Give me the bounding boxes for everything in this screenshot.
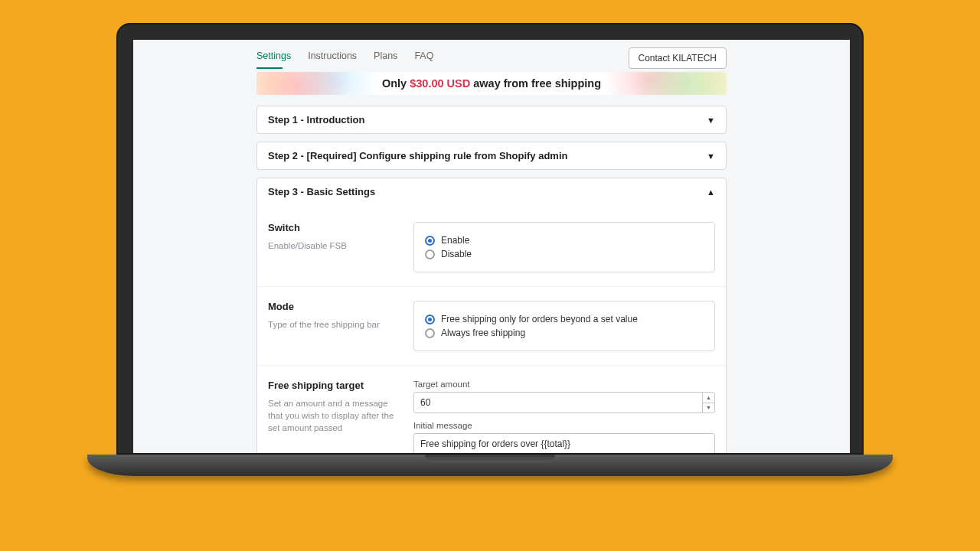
banner-decor-right (596, 72, 727, 95)
app-viewport: Settings Instructions Plans FAQ Contact … (133, 40, 850, 453)
chevron-down-icon: ▼ (707, 116, 715, 125)
number-stepper[interactable]: ▲ ▼ (702, 393, 714, 412)
free-shipping-banner: Only $30.00 USD away from free shipping (256, 72, 727, 95)
banner-suffix: away from free shipping (470, 77, 601, 90)
banner-decor-left (256, 72, 387, 95)
mode-always-label: Always free shipping (441, 328, 525, 338)
switch-enable-label: Enable (441, 235, 469, 246)
contact-button[interactable]: Contact KILATECH (629, 47, 727, 69)
radio-icon (425, 315, 435, 324)
switch-title: Switch (268, 222, 400, 233)
tab-settings[interactable]: Settings (256, 51, 291, 61)
setting-mode: Mode Type of the free shipping bar Free … (257, 286, 726, 365)
mode-always-option[interactable]: Always free shipping (425, 328, 704, 338)
step-1-title: Step 1 - Introduction (268, 114, 364, 126)
mode-title: Mode (268, 301, 400, 312)
switch-enable-option[interactable]: Enable (425, 235, 704, 246)
setting-switch: Switch Enable/Disable FSB Enable (257, 208, 726, 286)
step-3-header[interactable]: Step 3 - Basic Settings ▲ (257, 178, 726, 205)
tab-active-indicator (256, 67, 283, 69)
screen-bezel: Settings Instructions Plans FAQ Contact … (116, 23, 864, 455)
step-3-title: Step 3 - Basic Settings (268, 186, 375, 197)
step-1-header[interactable]: Step 1 - Introduction ▼ (257, 106, 726, 133)
tab-instructions[interactable]: Instructions (308, 51, 357, 61)
step-3: Step 3 - Basic Settings ▲ Switch Enable/… (256, 178, 727, 453)
target-amount-input[interactable] (413, 392, 715, 413)
initial-message-input[interactable] (413, 433, 715, 453)
banner-amount: $30.00 USD (410, 77, 470, 90)
target-desc: Set an amount and a message that you wis… (268, 397, 400, 434)
setting-target: Free shipping target Set an amount and a… (257, 365, 726, 453)
step-3-body: Switch Enable/Disable FSB Enable (257, 205, 726, 453)
mode-desc: Type of the free shipping bar (268, 318, 400, 331)
step-2-header[interactable]: Step 2 - [Required] Configure shipping r… (257, 142, 726, 169)
chevron-up-icon: ▲ (703, 393, 714, 403)
radio-icon (425, 236, 435, 246)
tab-plans[interactable]: Plans (374, 51, 397, 61)
initial-message-label: Initial message (413, 421, 715, 430)
chevron-down-icon: ▼ (707, 152, 715, 161)
mode-beyond-label: Free shipping only for orders beyond a s… (441, 314, 638, 324)
switch-disable-label: Disable (441, 249, 472, 259)
switch-desc: Enable/Disable FSB (268, 240, 400, 252)
tab-faq[interactable]: FAQ (414, 51, 433, 61)
laptop-mockup: Settings Instructions Plans FAQ Contact … (116, 23, 864, 476)
step-2: Step 2 - [Required] Configure shipping r… (256, 142, 727, 170)
radio-icon (425, 249, 435, 259)
laptop-base (87, 455, 893, 476)
step-2-title: Step 2 - [Required] Configure shipping r… (268, 150, 567, 161)
banner-prefix: Only (382, 77, 410, 90)
target-amount-label: Target amount (413, 380, 715, 389)
step-1: Step 1 - Introduction ▼ (256, 106, 727, 134)
top-tabs: Settings Instructions Plans FAQ Contact … (256, 44, 727, 69)
chevron-up-icon: ▲ (707, 187, 715, 197)
chevron-down-icon: ▼ (703, 403, 714, 413)
mode-beyond-option[interactable]: Free shipping only for orders beyond a s… (425, 314, 704, 324)
target-title: Free shipping target (268, 380, 400, 391)
switch-disable-option[interactable]: Disable (425, 249, 704, 259)
radio-icon (425, 328, 435, 338)
